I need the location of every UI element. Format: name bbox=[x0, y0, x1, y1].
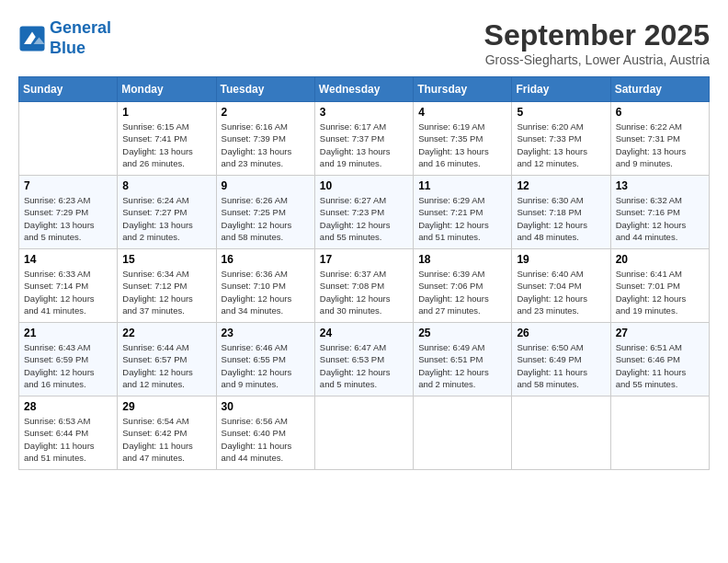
weekday-header-saturday: Saturday bbox=[610, 77, 709, 102]
day-info: Sunrise: 6:22 AMSunset: 7:31 PMDaylight:… bbox=[616, 121, 704, 169]
calendar-cell bbox=[314, 396, 413, 470]
weekday-header-thursday: Thursday bbox=[414, 77, 512, 102]
weekday-header-wednesday: Wednesday bbox=[314, 77, 413, 102]
calendar-cell: 29Sunrise: 6:54 AMSunset: 6:42 PMDayligh… bbox=[118, 396, 216, 470]
calendar-cell: 16Sunrise: 6:36 AMSunset: 7:10 PMDayligh… bbox=[216, 249, 314, 323]
day-info: Sunrise: 6:53 AMSunset: 6:44 PMDaylight:… bbox=[24, 415, 112, 464]
day-info: Sunrise: 6:20 AMSunset: 7:33 PMDaylight:… bbox=[517, 121, 605, 169]
calendar-cell: 6Sunrise: 6:22 AMSunset: 7:31 PMDaylight… bbox=[610, 102, 709, 176]
day-number: 8 bbox=[122, 179, 210, 192]
day-info: Sunrise: 6:17 AMSunset: 7:37 PMDaylight:… bbox=[320, 121, 408, 169]
day-number: 9 bbox=[222, 179, 310, 192]
day-info: Sunrise: 6:56 AMSunset: 6:40 PMDaylight:… bbox=[222, 415, 310, 464]
calendar-header: SundayMondayTuesdayWednesdayThursdayFrid… bbox=[19, 77, 710, 102]
calendar-cell: 5Sunrise: 6:20 AMSunset: 7:33 PMDaylight… bbox=[512, 102, 610, 176]
day-info: Sunrise: 6:19 AMSunset: 7:35 PMDaylight:… bbox=[418, 121, 506, 169]
day-number: 22 bbox=[122, 327, 210, 339]
calendar-cell: 30Sunrise: 6:56 AMSunset: 6:40 PMDayligh… bbox=[216, 396, 314, 470]
calendar-week-5: 28Sunrise: 6:53 AMSunset: 6:44 PMDayligh… bbox=[19, 396, 710, 470]
calendar-cell bbox=[414, 396, 512, 470]
day-number: 26 bbox=[517, 327, 605, 339]
day-info: Sunrise: 6:27 AMSunset: 7:23 PMDaylight:… bbox=[320, 194, 408, 243]
page-header: General Blue September 2025 Gross-Siegha… bbox=[18, 18, 710, 67]
day-number: 27 bbox=[616, 327, 704, 339]
day-info: Sunrise: 6:34 AMSunset: 7:12 PMDaylight:… bbox=[122, 268, 210, 316]
day-info: Sunrise: 6:50 AMSunset: 6:49 PMDaylight:… bbox=[517, 341, 605, 390]
calendar-cell: 23Sunrise: 6:46 AMSunset: 6:55 PMDayligh… bbox=[216, 323, 314, 396]
calendar-cell: 3Sunrise: 6:17 AMSunset: 7:37 PMDaylight… bbox=[314, 102, 413, 176]
day-number: 2 bbox=[222, 106, 310, 119]
title-block: September 2025 Gross-Siegharts, Lower Au… bbox=[484, 18, 710, 67]
calendar-cell: 25Sunrise: 6:49 AMSunset: 6:51 PMDayligh… bbox=[414, 323, 512, 396]
day-info: Sunrise: 6:47 AMSunset: 6:53 PMDaylight:… bbox=[320, 341, 408, 390]
day-info: Sunrise: 6:46 AMSunset: 6:55 PMDaylight:… bbox=[222, 341, 310, 390]
day-number: 28 bbox=[24, 400, 112, 413]
day-number: 23 bbox=[222, 327, 310, 339]
calendar-cell: 12Sunrise: 6:30 AMSunset: 7:18 PMDayligh… bbox=[512, 176, 610, 249]
day-number: 18 bbox=[418, 253, 506, 266]
logo-line2: Blue bbox=[50, 39, 85, 57]
day-number: 13 bbox=[616, 179, 704, 192]
month-title: September 2025 bbox=[484, 18, 710, 52]
calendar-cell: 15Sunrise: 6:34 AMSunset: 7:12 PMDayligh… bbox=[118, 249, 216, 323]
day-number: 20 bbox=[616, 253, 704, 266]
calendar-cell: 24Sunrise: 6:47 AMSunset: 6:53 PMDayligh… bbox=[314, 323, 413, 396]
calendar-cell bbox=[610, 396, 709, 470]
day-info: Sunrise: 6:30 AMSunset: 7:18 PMDaylight:… bbox=[517, 194, 605, 243]
day-number: 21 bbox=[24, 327, 112, 339]
day-number: 3 bbox=[320, 106, 408, 119]
day-number: 12 bbox=[517, 179, 605, 192]
day-info: Sunrise: 6:26 AMSunset: 7:25 PMDaylight:… bbox=[222, 194, 310, 243]
calendar-cell: 8Sunrise: 6:24 AMSunset: 7:27 PMDaylight… bbox=[118, 176, 216, 249]
day-number: 29 bbox=[122, 400, 210, 413]
day-number: 17 bbox=[320, 253, 408, 266]
day-info: Sunrise: 6:15 AMSunset: 7:41 PMDaylight:… bbox=[122, 121, 210, 169]
day-number: 14 bbox=[24, 253, 112, 266]
calendar-cell: 1Sunrise: 6:15 AMSunset: 7:41 PMDaylight… bbox=[118, 102, 216, 176]
weekday-header-tuesday: Tuesday bbox=[216, 77, 314, 102]
day-number: 11 bbox=[418, 179, 506, 192]
day-info: Sunrise: 6:54 AMSunset: 6:42 PMDaylight:… bbox=[122, 415, 210, 464]
calendar-cell: 27Sunrise: 6:51 AMSunset: 6:46 PMDayligh… bbox=[610, 323, 709, 396]
day-number: 5 bbox=[517, 106, 605, 119]
weekday-header-friday: Friday bbox=[512, 77, 610, 102]
calendar-cell: 17Sunrise: 6:37 AMSunset: 7:08 PMDayligh… bbox=[314, 249, 413, 323]
calendar-cell bbox=[512, 396, 610, 470]
calendar-cell: 4Sunrise: 6:19 AMSunset: 7:35 PMDaylight… bbox=[414, 102, 512, 176]
logo-line1: General bbox=[50, 18, 111, 37]
day-info: Sunrise: 6:24 AMSunset: 7:27 PMDaylight:… bbox=[122, 194, 210, 243]
calendar-cell: 28Sunrise: 6:53 AMSunset: 6:44 PMDayligh… bbox=[19, 396, 118, 470]
calendar-week-3: 14Sunrise: 6:33 AMSunset: 7:14 PMDayligh… bbox=[19, 249, 710, 323]
calendar-week-2: 7Sunrise: 6:23 AMSunset: 7:29 PMDaylight… bbox=[19, 176, 710, 249]
calendar-cell: 13Sunrise: 6:32 AMSunset: 7:16 PMDayligh… bbox=[610, 176, 709, 249]
day-info: Sunrise: 6:16 AMSunset: 7:39 PMDaylight:… bbox=[222, 121, 310, 169]
day-info: Sunrise: 6:23 AMSunset: 7:29 PMDaylight:… bbox=[24, 194, 112, 243]
calendar-cell: 9Sunrise: 6:26 AMSunset: 7:25 PMDaylight… bbox=[216, 176, 314, 249]
day-number: 30 bbox=[222, 400, 310, 413]
day-number: 15 bbox=[122, 253, 210, 266]
day-number: 25 bbox=[418, 327, 506, 339]
day-info: Sunrise: 6:40 AMSunset: 7:04 PMDaylight:… bbox=[517, 268, 605, 316]
day-number: 24 bbox=[320, 327, 408, 339]
day-info: Sunrise: 6:39 AMSunset: 7:06 PMDaylight:… bbox=[418, 268, 506, 316]
day-number: 4 bbox=[418, 106, 506, 119]
calendar-cell: 22Sunrise: 6:44 AMSunset: 6:57 PMDayligh… bbox=[118, 323, 216, 396]
calendar-cell: 18Sunrise: 6:39 AMSunset: 7:06 PMDayligh… bbox=[414, 249, 512, 323]
day-number: 6 bbox=[616, 106, 704, 119]
day-info: Sunrise: 6:33 AMSunset: 7:14 PMDaylight:… bbox=[24, 268, 112, 316]
day-info: Sunrise: 6:36 AMSunset: 7:10 PMDaylight:… bbox=[222, 268, 310, 316]
calendar-cell: 14Sunrise: 6:33 AMSunset: 7:14 PMDayligh… bbox=[19, 249, 118, 323]
logo-icon bbox=[18, 25, 46, 52]
calendar-week-1: 1Sunrise: 6:15 AMSunset: 7:41 PMDaylight… bbox=[19, 102, 710, 176]
day-info: Sunrise: 6:32 AMSunset: 7:16 PMDaylight:… bbox=[616, 194, 704, 243]
day-info: Sunrise: 6:37 AMSunset: 7:08 PMDaylight:… bbox=[320, 268, 408, 316]
calendar-body: 1Sunrise: 6:15 AMSunset: 7:41 PMDaylight… bbox=[19, 102, 710, 470]
calendar-week-4: 21Sunrise: 6:43 AMSunset: 6:59 PMDayligh… bbox=[19, 323, 710, 396]
calendar-cell bbox=[19, 102, 118, 176]
day-info: Sunrise: 6:43 AMSunset: 6:59 PMDaylight:… bbox=[24, 341, 112, 390]
calendar-table: SundayMondayTuesdayWednesdayThursdayFrid… bbox=[18, 76, 710, 470]
day-number: 10 bbox=[320, 179, 408, 192]
day-number: 19 bbox=[517, 253, 605, 266]
calendar-cell: 2Sunrise: 6:16 AMSunset: 7:39 PMDaylight… bbox=[216, 102, 314, 176]
logo: General Blue bbox=[18, 18, 111, 58]
